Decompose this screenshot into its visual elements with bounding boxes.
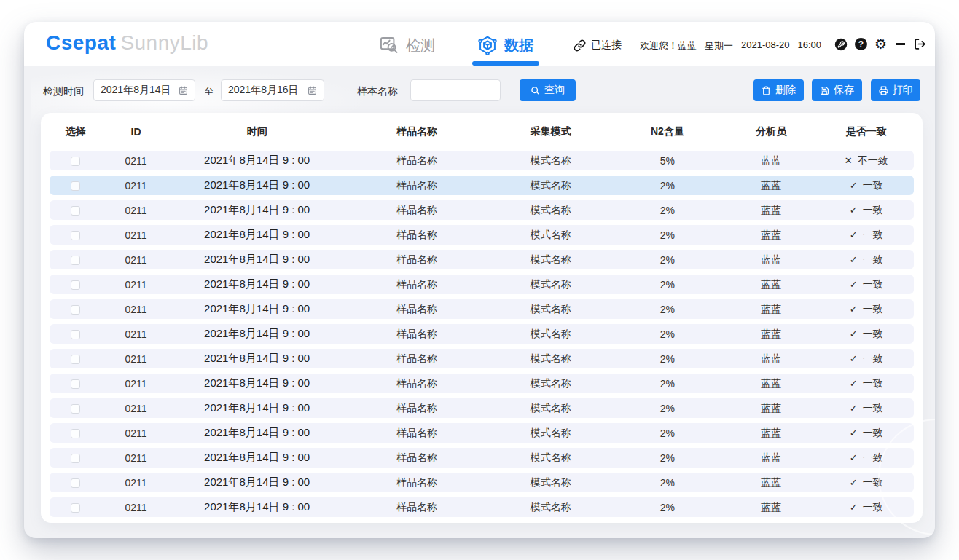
row-checkbox[interactable] <box>71 305 80 315</box>
active-tab-underline <box>472 61 539 66</box>
consistency-mark-icon: ✓ <box>850 328 858 339</box>
consistency-label: 一致 <box>863 377 883 389</box>
weekday-text: 星期一 <box>705 39 733 52</box>
table-row[interactable]: 0211 2021年8月14日 9 : 00 样品名称 模式名称 2% 蓝蓝 ✓… <box>50 473 914 492</box>
table-header-row: 选择 ID 时间 样品名称 采集模式 N2含量 分析员 是否一致 <box>50 113 914 151</box>
table-row[interactable]: 0211 2021年8月14日 9 : 00 样品名称 模式名称 2% 蓝蓝 ✓… <box>50 250 914 269</box>
cell-id: 0211 <box>101 502 171 513</box>
cell-n2: 2% <box>611 254 724 266</box>
cell-n2: 2% <box>611 304 724 315</box>
tab-data[interactable]: 数据 <box>477 34 533 56</box>
calendar-icon <box>179 86 188 95</box>
cell-time: 2021年8月14日 9 : 00 <box>171 376 343 390</box>
cell-time: 2021年8月14日 9 : 00 <box>171 253 343 267</box>
table-row[interactable]: 0211 2021年8月14日 9 : 00 样品名称 模式名称 2% 蓝蓝 ✓… <box>50 497 914 517</box>
table-row[interactable]: 0211 2021年8月14日 9 : 00 样品名称 模式名称 5% 蓝蓝 ✕… <box>50 151 914 170</box>
cell-n2: 2% <box>611 378 724 390</box>
consistency-label: 一致 <box>863 402 883 414</box>
consistency-label: 一致 <box>863 427 883 438</box>
column-header-time: 时间 <box>171 125 343 138</box>
cell-analyst: 蓝蓝 <box>724 377 818 390</box>
help-icon[interactable]: ? <box>855 38 867 50</box>
column-header-analyst: 分析员 <box>724 125 818 138</box>
logout-icon[interactable] <box>914 38 926 50</box>
cell-n2: 2% <box>611 502 724 513</box>
row-checkbox[interactable] <box>71 330 80 339</box>
cell-mode: 模式名称 <box>490 328 611 341</box>
row-checkbox[interactable] <box>71 355 80 364</box>
settings-gear-icon[interactable]: ⚙ <box>874 37 887 51</box>
cell-id: 0211 <box>101 155 171 167</box>
welcome-user: 欢迎您！蓝蓝 <box>640 39 697 52</box>
table-row[interactable]: 0211 2021年8月14日 9 : 00 样品名称 模式名称 2% 蓝蓝 ✓… <box>50 349 914 368</box>
row-checkbox[interactable] <box>71 181 80 191</box>
table-row[interactable]: 0211 2021年8月14日 9 : 00 样品名称 模式名称 2% 蓝蓝 ✓… <box>50 225 914 245</box>
cell-analyst: 蓝蓝 <box>724 328 818 341</box>
cell-mode: 模式名称 <box>490 402 611 415</box>
cell-mode: 模式名称 <box>490 179 611 192</box>
row-checkbox[interactable] <box>71 478 80 488</box>
cell-sample: 样品名称 <box>343 352 490 366</box>
cell-mode: 模式名称 <box>490 476 611 489</box>
row-checkbox[interactable] <box>71 404 80 414</box>
tab-detection[interactable]: 检测 <box>379 34 435 56</box>
cell-mode: 模式名称 <box>490 229 611 242</box>
cell-n2: 5% <box>611 155 724 167</box>
cell-sample: 样品名称 <box>343 476 490 489</box>
tab-data-label: 数据 <box>504 36 533 55</box>
cell-consistent: ✓一致 <box>818 328 913 341</box>
row-checkbox[interactable] <box>71 379 80 389</box>
cell-sample: 样品名称 <box>343 377 490 390</box>
cell-analyst: 蓝蓝 <box>724 352 818 366</box>
cell-sample: 样品名称 <box>343 451 490 465</box>
save-button[interactable]: 保存 <box>812 79 862 101</box>
query-button[interactable]: 查询 <box>520 79 576 101</box>
consistency-label: 不一致 <box>858 154 888 166</box>
row-checkbox[interactable] <box>71 157 80 166</box>
row-checkbox[interactable] <box>71 454 80 463</box>
link-icon <box>574 39 586 52</box>
cell-analyst: 蓝蓝 <box>724 476 818 489</box>
table-row[interactable]: 0211 2021年8月14日 9 : 00 样品名称 模式名称 2% 蓝蓝 ✓… <box>50 398 914 418</box>
delete-button[interactable]: 删除 <box>754 79 804 101</box>
table-row[interactable]: 0211 2021年8月14日 9 : 00 样品名称 模式名称 2% 蓝蓝 ✓… <box>50 176 914 195</box>
row-checkbox[interactable] <box>71 280 80 290</box>
row-checkbox[interactable] <box>71 231 80 240</box>
cell-sample: 样品名称 <box>343 278 490 291</box>
cell-time: 2021年8月14日 9 : 00 <box>171 327 343 341</box>
date-to-value: 2021年8月16日 <box>228 84 299 97</box>
minimize-icon[interactable] <box>896 43 905 45</box>
print-button[interactable]: 打印 <box>871 79 920 101</box>
cell-analyst: 蓝蓝 <box>724 303 818 316</box>
cell-n2: 2% <box>611 477 724 489</box>
consistency-label: 一致 <box>863 204 883 216</box>
cell-id: 0211 <box>101 427 171 439</box>
cell-sample: 样品名称 <box>343 402 490 415</box>
row-checkbox[interactable] <box>71 503 80 513</box>
row-checkbox[interactable] <box>71 206 80 216</box>
cell-time: 2021年8月14日 9 : 00 <box>171 178 343 192</box>
table-row[interactable]: 0211 2021年8月14日 9 : 00 样品名称 模式名称 2% 蓝蓝 ✓… <box>50 324 914 344</box>
date-from-input[interactable]: 2021年8月14日 <box>93 79 195 101</box>
cell-time: 2021年8月14日 9 : 00 <box>171 203 343 217</box>
consistency-mark-icon: ✓ <box>850 279 858 290</box>
consistency-label: 一致 <box>863 229 883 240</box>
connection-label: 已连接 <box>591 39 622 52</box>
table-row[interactable]: 0211 2021年8月14日 9 : 00 样品名称 模式名称 2% 蓝蓝 ✓… <box>50 275 914 294</box>
cell-analyst: 蓝蓝 <box>724 179 818 192</box>
table-row[interactable]: 0211 2021年8月14日 9 : 00 样品名称 模式名称 2% 蓝蓝 ✓… <box>50 200 914 220</box>
table-row[interactable]: 0211 2021年8月14日 9 : 00 样品名称 模式名称 2% 蓝蓝 ✓… <box>50 299 914 319</box>
row-checkbox[interactable] <box>71 429 80 438</box>
row-checkbox[interactable] <box>71 256 80 265</box>
table-row[interactable]: 0211 2021年8月14日 9 : 00 样品名称 模式名称 2% 蓝蓝 ✓… <box>50 448 914 468</box>
date-to-input[interactable]: 2021年8月16日 <box>221 79 324 101</box>
tools-icon[interactable] <box>834 38 848 51</box>
date-range-to-label: 至 <box>204 85 214 98</box>
cell-mode: 模式名称 <box>490 451 611 465</box>
cell-time: 2021年8月14日 9 : 00 <box>171 154 343 167</box>
table-row[interactable]: 0211 2021年8月14日 9 : 00 样品名称 模式名称 2% 蓝蓝 ✓… <box>50 423 914 443</box>
cell-n2: 2% <box>611 229 724 241</box>
sample-name-input[interactable] <box>410 79 501 101</box>
table-row[interactable]: 0211 2021年8月14日 9 : 00 样品名称 模式名称 2% 蓝蓝 ✓… <box>50 374 914 393</box>
consistency-label: 一致 <box>863 253 883 265</box>
